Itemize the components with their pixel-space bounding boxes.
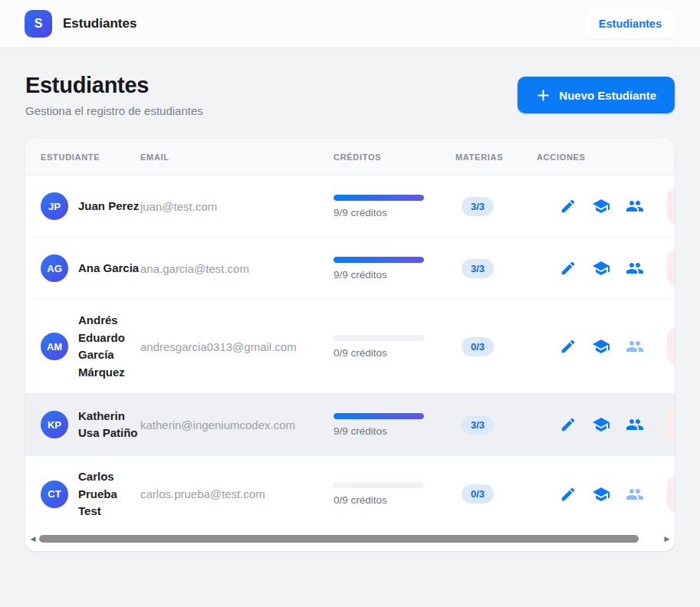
student-name: Carlos Prueba Test xyxy=(78,468,140,520)
student-name: Katherin Usa Patiño xyxy=(78,408,140,442)
credits-cell: 9/9 créditos xyxy=(334,195,455,218)
column-header-credits: Créditos xyxy=(334,153,455,162)
avatar: CT xyxy=(41,481,68,508)
student-email: andresgarcia0313@gmail.com xyxy=(140,340,334,353)
delete-button[interactable] xyxy=(667,476,675,513)
app-title: Estudiantes xyxy=(63,16,136,31)
nav-estudiantes-link[interactable]: Estudiantes xyxy=(585,9,675,38)
student-cell: KP Katherin Usa Patiño xyxy=(25,408,140,442)
page-header: Estudiantes Gestiona el registro de estu… xyxy=(25,73,675,117)
subjects-cell: 0/3 xyxy=(455,484,537,504)
subjects-cell: 3/3 xyxy=(455,259,537,278)
credits-progress-bar xyxy=(334,482,424,488)
column-header-subjects: Materias xyxy=(455,153,537,162)
student-table-row: AG Ana Garcia ana.garcia@test.com 9/9 cr… xyxy=(25,238,675,300)
edit-button[interactable] xyxy=(560,486,577,503)
subjects-badge: 3/3 xyxy=(462,197,494,216)
courses-button[interactable] xyxy=(592,259,610,277)
people-button[interactable] xyxy=(626,197,644,215)
avatar: KP xyxy=(41,411,68,438)
table-body: JP Juan Perez juan@test.com 9/9 créditos… xyxy=(25,176,675,533)
credits-cell: 0/9 créditos xyxy=(334,335,455,359)
student-cell: AM Andrés Eduardo García Márquez xyxy=(25,312,140,381)
main-content: Estudiantes Gestiona el registro de estu… xyxy=(0,73,700,551)
people-button[interactable] xyxy=(626,337,644,356)
subjects-badge: 3/3 xyxy=(462,415,494,435)
actions-cell xyxy=(537,476,675,513)
credits-progress-bar xyxy=(334,335,424,341)
new-student-button[interactable]: Nuevo Estudiante xyxy=(518,77,675,113)
student-table-row: AM Andrés Eduardo García Márquez andresg… xyxy=(25,300,675,394)
edit-button[interactable] xyxy=(560,338,577,355)
courses-button[interactable] xyxy=(592,485,610,504)
credits-label: 9/9 créditos xyxy=(334,207,455,218)
student-table-row: JP Juan Perez juan@test.com 9/9 créditos… xyxy=(25,176,675,238)
horizontal-scrollbar[interactable]: ◀ ▶ xyxy=(25,533,675,551)
pencil-icon xyxy=(560,198,577,215)
edit-button[interactable] xyxy=(560,198,577,215)
actions-cell xyxy=(537,188,675,225)
subjects-cell: 3/3 xyxy=(455,415,537,435)
page-subtitle: Gestiona el registro de estudiantes xyxy=(25,104,203,117)
delete-button[interactable] xyxy=(667,250,675,287)
credits-cell: 9/9 créditos xyxy=(334,257,455,281)
graduation-cap-icon xyxy=(592,415,610,434)
delete-button[interactable] xyxy=(667,188,675,225)
graduation-cap-icon xyxy=(592,197,610,215)
student-name: Juan Perez xyxy=(78,198,140,215)
people-button[interactable] xyxy=(626,259,644,277)
scroll-left-arrow-icon[interactable]: ◀ xyxy=(28,535,38,543)
credits-cell: 9/9 créditos xyxy=(334,413,455,437)
scrollbar-thumb[interactable] xyxy=(39,535,639,543)
credits-label: 0/9 créditos xyxy=(334,494,455,506)
column-header-student: Estudiante xyxy=(25,153,140,162)
students-table-card: Estudiante Email Créditos Materias Accio… xyxy=(25,139,675,551)
courses-button[interactable] xyxy=(592,337,610,356)
student-table-row: KP Katherin Usa Patiño katherin@ingenium… xyxy=(25,394,675,456)
credits-progress-bar xyxy=(334,257,424,263)
student-email: carlos.prueba@test.com xyxy=(140,487,334,500)
subjects-badge: 3/3 xyxy=(462,259,494,278)
column-header-actions: Acciones xyxy=(537,153,675,162)
actions-cell xyxy=(537,250,675,287)
top-navbar: S Estudiantes Estudiantes xyxy=(0,0,700,48)
pencil-icon xyxy=(560,338,577,355)
subjects-cell: 3/3 xyxy=(455,197,537,216)
actions-cell xyxy=(537,406,675,443)
avatar: JP xyxy=(41,192,68,220)
graduation-cap-icon xyxy=(592,485,610,504)
people-icon xyxy=(626,197,644,215)
student-table-row: CT Carlos Prueba Test carlos.prueba@test… xyxy=(25,456,675,533)
table-header-row: Estudiante Email Créditos Materias Accio… xyxy=(25,139,675,176)
courses-button[interactable] xyxy=(592,197,610,215)
credits-progress-bar xyxy=(334,413,424,419)
scrollbar-track[interactable] xyxy=(38,534,662,543)
student-cell: JP Juan Perez xyxy=(25,192,140,220)
scroll-right-arrow-icon[interactable]: ▶ xyxy=(662,535,672,543)
new-student-button-label: Nuevo Estudiante xyxy=(559,89,656,102)
graduation-cap-icon xyxy=(592,259,610,277)
student-name: Andrés Eduardo García Márquez xyxy=(78,312,140,381)
subjects-badge: 0/3 xyxy=(462,337,494,356)
graduation-cap-icon xyxy=(592,337,610,356)
courses-button[interactable] xyxy=(592,415,610,434)
student-email: ana.garcia@test.com xyxy=(140,262,334,275)
credits-label: 9/9 créditos xyxy=(334,269,455,281)
credits-progress-fill xyxy=(334,413,424,419)
delete-button[interactable] xyxy=(667,406,675,443)
navbar-brand: S Estudiantes xyxy=(25,10,136,38)
people-button[interactable] xyxy=(626,485,644,504)
credits-cell: 0/9 créditos xyxy=(334,482,455,506)
credits-progress-fill xyxy=(334,257,424,263)
credits-progress-bar xyxy=(334,195,424,201)
page-heading-block: Estudiantes Gestiona el registro de estu… xyxy=(25,73,203,117)
credits-label: 0/9 créditos xyxy=(334,347,455,359)
column-header-email: Email xyxy=(140,153,334,162)
student-cell: CT Carlos Prueba Test xyxy=(25,468,140,520)
delete-button[interactable] xyxy=(667,328,675,365)
people-button[interactable] xyxy=(626,415,644,434)
edit-button[interactable] xyxy=(560,260,577,277)
student-name: Ana Garcia xyxy=(78,260,140,277)
edit-button[interactable] xyxy=(560,416,577,433)
page-title: Estudiantes xyxy=(25,73,203,98)
